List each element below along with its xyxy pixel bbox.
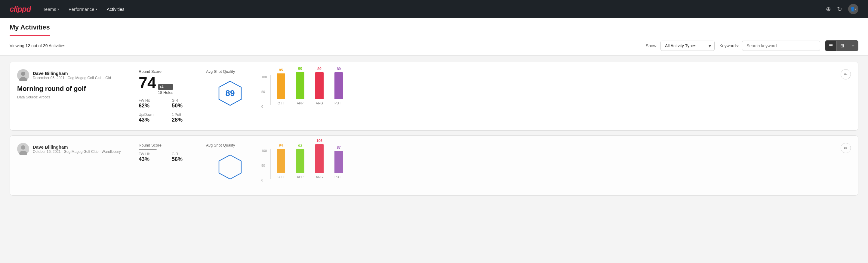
updown-stat-1: Up/Down 43% [138, 113, 166, 123]
card-chart-1: 100 50 0 85 OTT 90 APP [261, 69, 833, 114]
avatar-2 [17, 143, 29, 155]
bars-container-2: 94 OTT 93 APP 106 ARG 8 [270, 149, 833, 179]
bar-arg-2: 106 ARG [315, 139, 323, 179]
activity-card-2: Dave Billingham October 16, 2021 · Gog M… [10, 136, 858, 196]
bar-app-1: 90 APP [296, 66, 304, 105]
card-left-1: Dave Billingham December 05, 2021 · Gog … [17, 69, 131, 99]
bar-ott-1: 85 OTT [277, 68, 285, 105]
score-line-2 [138, 149, 157, 150]
card-quality-1: Avg Shot Quality 89 [206, 69, 254, 107]
view-grid-button[interactable]: ⊞ [837, 40, 848, 51]
user-name-1: Dave Billingham [33, 71, 111, 76]
activity-card-1: Dave Billingham December 05, 2021 · Gog … [10, 62, 858, 130]
nav-item-activities[interactable]: Activities [107, 7, 125, 12]
view-list-button[interactable]: ☰ [825, 40, 837, 51]
svg-marker-7 [219, 155, 241, 179]
user-name-2: Dave Billingham [33, 144, 121, 150]
score-row-2 [138, 149, 199, 150]
avatar-icon: 👤 [850, 7, 855, 11]
page-title: My Activities [10, 24, 50, 36]
refresh-icon[interactable]: ↻ [837, 5, 842, 12]
logo[interactable]: clippd [10, 4, 31, 14]
card-user-2: Dave Billingham October 16, 2021 · Gog M… [17, 143, 131, 155]
activity-type-select[interactable]: All Activity Types [660, 40, 715, 51]
avatar[interactable]: 👤 ▾ [848, 4, 858, 14]
page-header: My Activities [0, 18, 868, 36]
user-date-2: October 16, 2021 · Gog Magog Golf Club ·… [33, 150, 121, 154]
nav-right: ⊕ ↻ 👤 ▾ [826, 4, 858, 14]
user-info-2: Dave Billingham October 16, 2021 · Gog M… [33, 144, 121, 154]
nav-links: Teams ▾ Performance ▾ Activities [43, 7, 814, 12]
bar-putt-1: 89 PUTT [335, 67, 343, 105]
svg-point-1 [21, 71, 25, 76]
show-filter-group: Show: All Activity Types [646, 40, 715, 51]
activity-type-select-wrapper: All Activity Types [660, 40, 715, 51]
data-source-1: Data Source: Arccos [17, 95, 131, 99]
round-score-label-2: Round Score [138, 143, 199, 147]
page-title-row: My Activities [10, 18, 858, 36]
edit-button-1[interactable]: ✏ [841, 69, 851, 80]
gir-stat-2: GIR 56% [172, 152, 199, 163]
card-stats-2: Round Score FW Hit 43% GIR 56% [138, 143, 199, 163]
nav-item-performance[interactable]: Performance ▾ [69, 7, 97, 12]
card-quality-2: Avg Shot Quality [206, 143, 254, 180]
avatar-chevron-icon: ▾ [855, 7, 857, 11]
teams-chevron-icon: ▾ [57, 7, 59, 11]
bar-app-2: 93 APP [296, 144, 304, 179]
keywords-filter-group: Keywords: [719, 40, 820, 51]
activity-title-1: Morning round of golf [17, 85, 131, 93]
stat-grid-2: FW Hit 43% GIR 56% [138, 152, 199, 163]
quality-label-2: Avg Shot Quality [206, 143, 235, 147]
performance-chevron-icon: ▾ [96, 7, 97, 11]
fw-hit-stat-1: FW Hit 62% [138, 98, 166, 109]
edit-button-2[interactable]: ✏ [841, 143, 851, 153]
view-compact-button[interactable]: ≡ [848, 40, 858, 51]
bars-container-1: 85 OTT 90 APP 89 ARG [270, 75, 833, 105]
user-date-1: December 05, 2021 · Gog Magog Golf Club … [33, 76, 111, 80]
svg-point-5 [21, 145, 25, 150]
navbar: clippd Teams ▾ Performance ▾ Activities … [0, 0, 868, 18]
quality-label-1: Avg Shot Quality [206, 69, 235, 74]
card-stats-1: Round Score 74 +4 18 Holes FW Hit 62% GI… [138, 69, 199, 123]
card-left-2: Dave Billingham October 16, 2021 · Gog M… [17, 143, 131, 157]
round-score-label-1: Round Score [138, 69, 199, 74]
main-content: Dave Billingham December 05, 2021 · Gog … [0, 56, 868, 206]
show-label: Show: [646, 43, 657, 48]
filter-bar: Viewing 12 out of 29 Activities Show: Al… [0, 36, 868, 56]
stat-grid-1: FW Hit 62% GIR 50% Up/Down 43% 1 Putt 28… [138, 98, 199, 123]
nav-item-teams[interactable]: Teams ▾ [43, 7, 59, 12]
hex-score-1: 89 [225, 88, 235, 98]
viewing-count-text: Viewing 12 out of 29 Activities [10, 43, 641, 48]
chart-y-labels-1: 100 50 0 [261, 75, 267, 108]
hexagon-2 [217, 153, 244, 180]
add-icon[interactable]: ⊕ [826, 5, 831, 12]
user-info-1: Dave Billingham December 05, 2021 · Gog … [33, 71, 111, 80]
bar-arg-1: 89 ARG [315, 67, 323, 105]
score-badge-1: +4 [158, 84, 173, 90]
card-user-1: Dave Billingham December 05, 2021 · Gog … [17, 69, 131, 81]
avatar-1 [17, 69, 29, 81]
score-big-1: 74 [138, 75, 156, 91]
holes-label-1: 18 Holes [158, 90, 173, 95]
score-meta-1: +4 18 Holes [158, 84, 173, 95]
fw-hit-stat-2: FW Hit 43% [138, 152, 166, 163]
hex-wrapper-2 [206, 153, 254, 180]
search-input[interactable] [742, 40, 820, 51]
round-score-container-1: 74 +4 18 Holes [138, 75, 199, 95]
view-toggle: ☰ ⊞ ≡ [825, 40, 858, 51]
hexagon-1: 89 [217, 80, 244, 107]
bar-putt-2: 87 PUTT [335, 145, 343, 179]
gir-stat-1: GIR 50% [172, 98, 199, 109]
card-chart-2: 100 50 0 94 OTT 93 APP [261, 143, 833, 188]
oneputt-stat-1: 1 Putt 28% [172, 113, 199, 123]
hex-wrapper-1: 89 [206, 80, 254, 107]
bar-ott-2: 94 OTT [277, 143, 285, 179]
keywords-label: Keywords: [719, 43, 739, 48]
chart-y-labels-2: 100 50 0 [261, 149, 267, 182]
